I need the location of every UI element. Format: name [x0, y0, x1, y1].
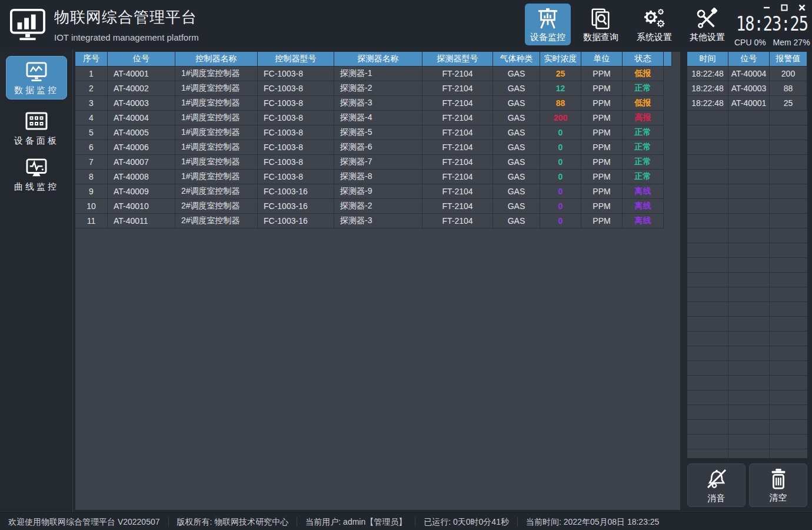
alarm-column-header: 时间 [687, 52, 728, 67]
cell-index: 11 [75, 214, 108, 228]
cell-unit: PPM [581, 184, 623, 199]
alarm-time: 18:22:48 [687, 67, 728, 81]
bell-slash-icon [705, 467, 728, 491]
table-row[interactable]: 7 AT-40007 1#调度室控制器 FC-1003-8 探测器-7 FT-2… [75, 155, 680, 170]
alarm-table-panel: 时间 位号 报警值 18:22:48 AT-40004 200 18:22:48… [687, 52, 807, 458]
clear-button[interactable]: 清空 [749, 463, 807, 507]
cell-unit: PPM [581, 67, 623, 81]
cell-index: 2 [75, 81, 108, 96]
cell-tag: AT-40005 [108, 125, 175, 140]
table-row[interactable]: 3 AT-40003 1#调度室控制器 FC-1003-8 探测器-3 FT-2… [75, 96, 680, 111]
close-button[interactable] [797, 3, 807, 12]
alarm-header-row: 时间 位号 报警值 [687, 52, 807, 67]
cell-tag: AT-40009 [108, 184, 175, 199]
cell-index: 1 [75, 67, 108, 81]
table-row[interactable]: 11 AT-40011 2#调度室控制器 FC-1003-16 探测器-3 FT… [75, 214, 680, 228]
alarm-row[interactable]: 18:22:48 AT-40001 25 [687, 96, 807, 111]
cell-status: 正常 [623, 81, 664, 96]
cell-tag: AT-40008 [108, 170, 175, 184]
cell-concentration: 0 [540, 170, 581, 184]
cell-gas-type: GAS [493, 214, 540, 228]
cell-unit: PPM [581, 140, 623, 155]
title-block: 物联网综合管理平台 IOT integrated management plat… [54, 7, 199, 42]
cell-gas-type: GAS [493, 140, 540, 155]
cell-status: 正常 [623, 140, 664, 155]
column-header: 序号 [75, 52, 108, 67]
table-row[interactable]: 4 AT-40004 1#调度室控制器 FC-1003-8 探测器-4 FT-2… [75, 111, 680, 125]
cell-detector-model: FT-2104 [422, 67, 493, 81]
table-row[interactable]: 8 AT-40008 1#调度室控制器 FC-1003-8 探测器-8 FT-2… [75, 170, 680, 184]
alarm-row[interactable]: 18:22:48 AT-40003 88 [687, 81, 807, 96]
cell-gas-type: GAS [493, 96, 540, 111]
cell-gas-type: GAS [493, 199, 540, 214]
monitor-pulse-icon [25, 158, 48, 178]
table-header-row: 序号 位号 控制器名称 控制器型号 探测器名称 探测器型号 气体种类 实时浓度 … [75, 52, 680, 67]
cell-gas-type: GAS [493, 155, 540, 170]
alarm-row[interactable]: 18:22:48 AT-40004 200 [687, 67, 807, 81]
table-row[interactable]: 5 AT-40005 1#调度室控制器 FC-1003-8 探测器-5 FT-2… [75, 125, 680, 140]
sidebar-item-data-monitor[interactable]: 数据监控 [6, 56, 67, 100]
cell-controller-name: 2#调度室控制器 [175, 214, 258, 228]
cell-concentration: 0 [540, 184, 581, 199]
top-bar: 物联网综合管理平台 IOT integrated management plat… [0, 0, 812, 49]
nav-label: 系统设置 [637, 32, 672, 43]
cell-index: 10 [75, 199, 108, 214]
cell-detector-model: FT-2104 [422, 155, 493, 170]
cell-gas-type: GAS [493, 81, 540, 96]
cell-detector-name: 探测器-2 [334, 199, 422, 214]
cell-gas-type: GAS [493, 125, 540, 140]
table-row[interactable]: 6 AT-40006 1#调度室控制器 FC-1003-8 探测器-6 FT-2… [75, 140, 680, 155]
minimize-button[interactable] [761, 3, 772, 12]
table-row[interactable]: 9 AT-40009 2#调度室控制器 FC-1003-16 探测器-9 FT-… [75, 184, 680, 199]
cell-detector-model: FT-2104 [422, 81, 493, 96]
mute-button[interactable]: 消音 [687, 463, 746, 507]
nav-data-query[interactable]: 数据查询 [578, 4, 624, 45]
cell-detector-model: FT-2104 [422, 140, 493, 155]
digital-clock: 18:23:25 [734, 12, 810, 35]
column-header: 实时浓度 [540, 52, 581, 67]
sidebar-item-curve-monitor[interactable]: 曲线监控 [6, 153, 67, 193]
alarm-empty-rows [687, 111, 807, 458]
mem-usage: Mem 27% [773, 38, 810, 47]
cell-tag: AT-40001 [108, 67, 175, 81]
maximize-button[interactable] [779, 3, 790, 12]
cell-gas-type: GAS [493, 67, 540, 81]
cell-detector-name: 探测器-1 [334, 67, 422, 81]
cell-detector-name: 探测器-9 [334, 184, 422, 199]
realtime-data-table: 序号 位号 控制器名称 控制器型号 探测器名称 探测器型号 气体种类 实时浓度 … [75, 52, 680, 228]
alarm-tag: AT-40003 [728, 81, 770, 96]
cell-status: 离线 [623, 184, 664, 199]
gears-icon [643, 7, 666, 31]
sidebar-item-label: 设备面板 [14, 135, 59, 147]
alarm-tag: AT-40001 [728, 96, 770, 111]
cell-detector-name: 探测器-4 [334, 111, 422, 125]
cell-detector-name: 探测器-3 [334, 214, 422, 228]
table-row[interactable]: 10 AT-40010 2#调度室控制器 FC-1003-16 探测器-2 FT… [75, 199, 680, 214]
nav-label: 设备监控 [530, 32, 565, 43]
sidebar-item-device-panel[interactable]: 设备面板 [6, 106, 67, 147]
nav-system-settings[interactable]: 系统设置 [631, 4, 677, 45]
cell-concentration: 0 [540, 199, 581, 214]
table-row[interactable]: 1 AT-40001 1#调度室控制器 FC-1003-8 探测器-1 FT-2… [75, 67, 680, 81]
cell-detector-name: 探测器-3 [334, 96, 422, 111]
cell-controller-model: FC-1003-16 [258, 214, 334, 228]
cell-controller-name: 1#调度室控制器 [175, 96, 258, 111]
sidebar-item-label: 数据监控 [14, 85, 59, 96]
cell-concentration: 0 [540, 214, 581, 228]
statusbar-item: 版权所有: 物联网技术研究中心 [168, 517, 297, 526]
clock-block: 18:23:25 CPU 0% Mem 27% [734, 12, 810, 47]
nav-device-monitor[interactable]: 设备监控 [525, 4, 571, 45]
cell-status: 离线 [623, 199, 664, 214]
cell-detector-name: 探测器-6 [334, 140, 422, 155]
cell-tag: AT-40004 [108, 111, 175, 125]
column-header: 控制器型号 [258, 52, 334, 67]
table-row[interactable]: 2 AT-40002 1#调度室控制器 FC-1003-8 探测器-2 FT-2… [75, 81, 680, 96]
nav-other-settings[interactable]: 其他设置 [684, 4, 730, 45]
alarm-value: 88 [770, 81, 807, 96]
cell-unit: PPM [581, 199, 623, 214]
cell-controller-name: 2#调度室控制器 [175, 184, 258, 199]
sidebar: 数据监控 设备面板 [0, 49, 73, 512]
cell-controller-model: FC-1003-8 [258, 67, 334, 81]
statusbar-item: 当前时间: 2022年05月08日 18:23:25 [517, 517, 667, 526]
cell-controller-name: 1#调度室控制器 [175, 155, 258, 170]
